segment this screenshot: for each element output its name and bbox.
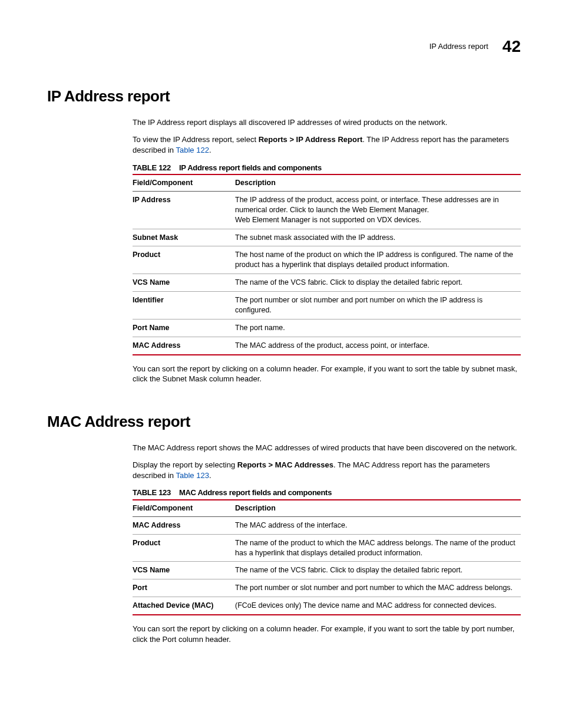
field-cell: Product: [133, 534, 235, 562]
col-header-description[interactable]: Description: [235, 500, 521, 516]
field-cell: Product: [133, 246, 235, 274]
field-cell: Attached Device (MAC): [133, 597, 235, 615]
table-row: ProductThe name of the product to which …: [133, 534, 521, 562]
description-cell: The name of the VCS fabric. Click to dis…: [235, 274, 521, 292]
description-cell: The subnet mask associated with the IP a…: [235, 229, 521, 246]
table-122-link[interactable]: Table 122: [176, 146, 209, 154]
field-cell: Identifier: [133, 292, 235, 319]
table-123-caption: TABLE 123MAC Address report fields and c…: [133, 487, 521, 498]
header-section-label: IP Address report: [429, 41, 488, 52]
field-cell: IP Address: [133, 191, 235, 229]
field-cell: MAC Address: [133, 337, 235, 354]
description-cell: The port name.: [235, 319, 521, 337]
mac-sort-paragraph: You can sort the report by clicking on a…: [133, 624, 521, 644]
field-cell: Port Name: [133, 319, 235, 337]
mac-intro-paragraph: The MAC Address report shows the MAC add…: [133, 443, 521, 453]
table-title: IP Address report fields and components: [179, 163, 322, 172]
col-header-field[interactable]: Field/Component: [133, 500, 235, 516]
table-row: VCS NameThe name of the VCS fabric. Clic…: [133, 562, 521, 579]
section-title-mac: MAC Address report: [47, 411, 521, 432]
page-header: IP Address report 42: [47, 35, 521, 58]
field-cell: VCS Name: [133, 274, 235, 292]
description-cell: The host name of the product on which th…: [235, 246, 521, 274]
table-122: Field/Component Description IP AddressTh…: [133, 174, 521, 355]
text: .: [209, 146, 211, 154]
table-row: VCS NameThe name of the VCS fabric. Clic…: [133, 274, 521, 292]
table-122-caption: TABLE 122IP Address report fields and co…: [133, 163, 521, 173]
menu-path: Reports > MAC Addresses: [237, 460, 333, 469]
header-page-number: 42: [503, 35, 521, 58]
field-cell: VCS Name: [133, 562, 235, 579]
text: .: [209, 471, 211, 480]
section-title-ip: IP Address report: [47, 86, 521, 107]
field-cell: MAC Address: [133, 516, 235, 534]
table-number: TABLE 123: [133, 488, 171, 497]
ip-intro-paragraph: The IP Address report displays all disco…: [133, 117, 521, 128]
table-row: ProductThe host name of the product on w…: [133, 246, 521, 274]
text: To view the IP Address report, select: [133, 135, 259, 144]
description-cell: The MAC address of the product, access p…: [235, 337, 521, 354]
text: Display the report by selecting: [133, 460, 237, 469]
table-row: PortThe port number or slot number and p…: [133, 579, 521, 597]
table-row: Attached Device (MAC)(FCoE devices only)…: [133, 597, 521, 615]
mac-instruction-paragraph: Display the report by selecting Reports …: [133, 460, 521, 480]
table-row: MAC AddressThe MAC address of the produc…: [133, 337, 521, 354]
description-cell: The port number or slot number and port …: [235, 292, 521, 319]
table-row: Port NameThe port name.: [133, 319, 521, 337]
table-123: Field/Component Description MAC AddressT…: [133, 499, 521, 615]
ip-instruction-paragraph: To view the IP Address report, select Re…: [133, 134, 521, 155]
field-cell: Port: [133, 579, 235, 597]
description-cell: (FCoE devices only) The device name and …: [235, 597, 521, 615]
table-123-link[interactable]: Table 123: [176, 471, 209, 480]
table-number: TABLE 122: [133, 163, 171, 172]
field-cell: Subnet Mask: [133, 229, 235, 246]
ip-sort-paragraph: You can sort the report by clicking on a…: [133, 364, 521, 384]
description-cell: The name of the VCS fabric. Click to dis…: [235, 562, 521, 579]
table-row: Subnet MaskThe subnet mask associated wi…: [133, 229, 521, 246]
col-header-description[interactable]: Description: [235, 174, 521, 191]
description-cell: The MAC address of the interface.: [235, 516, 521, 534]
table-title: MAC Address report fields and components: [179, 488, 332, 497]
table-row: IP AddressThe IP address of the product,…: [133, 191, 521, 229]
table-row: IdentifierThe port number or slot number…: [133, 292, 521, 319]
table-row: MAC AddressThe MAC address of the interf…: [133, 516, 521, 534]
description-cell: The port number or slot number and port …: [235, 579, 521, 597]
menu-path: Reports > IP Address Report: [259, 135, 363, 144]
description-cell: The IP address of the product, access po…: [235, 191, 521, 229]
description-cell: The name of the product to which the MAC…: [235, 534, 521, 562]
col-header-field[interactable]: Field/Component: [133, 174, 235, 191]
